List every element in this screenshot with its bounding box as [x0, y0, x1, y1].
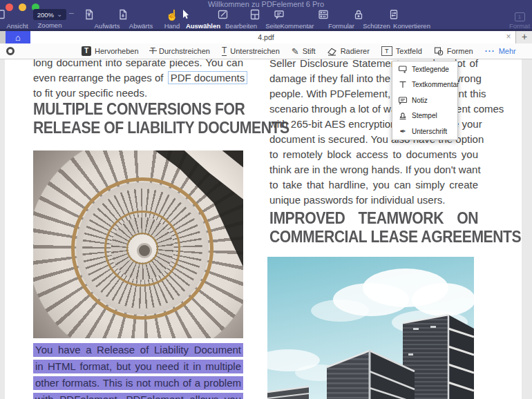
anno-item-label: Radierer	[341, 47, 370, 55]
toolbar-item-konvertieren[interactable]: Konvertieren	[388, 8, 436, 30]
anno-item-stift[interactable]: Stift	[292, 46, 316, 57]
highlight-line: in HTML format, but you need it in multi…	[33, 360, 243, 373]
anno-item-radierer[interactable]: Radierer	[327, 46, 370, 56]
tab-close-button[interactable]: ×	[502, 31, 515, 43]
stamp-icon	[398, 111, 408, 120]
highlight-line: with PDFelement. PDFelement allows you	[33, 393, 243, 399]
menu-item-notiz[interactable]: Notiz	[392, 93, 457, 108]
chevron-down-icon: ⌄	[57, 12, 62, 17]
pdf-documents-link[interactable]: PDF documents	[168, 71, 248, 84]
building-sky-image	[267, 257, 474, 399]
tab-bar: 4.pdf × +	[0, 31, 532, 43]
convert-arrows-icon	[388, 8, 436, 21]
anno-item-label: Textfeld	[396, 47, 422, 55]
body-text-line: think are in the wrong hands. If you don…	[269, 162, 478, 177]
zoom-level-value: 200%	[37, 11, 54, 19]
highlighted-paragraph: You have a Release of Liability Document…	[33, 343, 243, 399]
anno-item-textfeld[interactable]: Textfeld	[381, 46, 422, 56]
menu-item-label: Notiz	[412, 97, 428, 104]
menu-item-textkommentar[interactable]: Textkommentar	[392, 77, 457, 93]
menu-item-label: Textlegende	[412, 66, 449, 73]
toolbar-item-label: Zoomen	[29, 21, 70, 29]
tab-label: 4.pdf	[30, 31, 502, 43]
body-text-line: even rearrange the pages of PDF document…	[33, 70, 243, 86]
text-comment-icon	[398, 80, 408, 89]
menu-item-unterschrift[interactable]: Unterschrift	[392, 124, 457, 139]
body-text-line: long document into separate pieces. You …	[33, 59, 243, 70]
comment-bubble-icon	[273, 8, 321, 21]
more-dots-icon	[485, 48, 495, 55]
body-text-line: unique passwords for individual users.	[269, 193, 478, 208]
callout-icon	[398, 65, 408, 74]
menu-item-stempel[interactable]: Stempel	[392, 108, 457, 124]
menu-item-textlegende[interactable]: Textlegende	[392, 61, 457, 77]
tab-active[interactable]: 4.pdf	[30, 31, 502, 43]
anno-item-label: Formen	[447, 47, 473, 55]
zoom-level-dropdown[interactable]: 200% ⌄	[33, 9, 66, 20]
underline-icon	[222, 46, 227, 56]
pen-icon	[292, 46, 299, 57]
menu-item-label: Unterschrift	[412, 128, 447, 135]
anno-item-label: Mehr	[499, 47, 516, 55]
window-title: Willkommen zu PDFelement 6 Pro	[0, 0, 532, 8]
new-tab-button[interactable]: +	[515, 31, 532, 43]
highlight-line: You have a Release of Liability Document	[33, 343, 243, 357]
anno-item-mehr[interactable]: Mehr	[485, 47, 516, 55]
toolbar-item-label: Format	[495, 22, 532, 30]
anno-item-formen[interactable]: Formen	[434, 46, 473, 56]
toolbar-item-label: Konvertieren	[388, 22, 436, 30]
highlight-line: other formats. This is not much of a pro…	[33, 376, 243, 390]
shapes-icon	[434, 46, 444, 56]
strikethrough-icon	[151, 46, 155, 56]
home-button[interactable]	[6, 31, 30, 43]
anno-item-label: Hervorheben	[95, 47, 139, 55]
toolbar-item-format[interactable]: Format	[495, 8, 532, 30]
format-panel-icon	[515, 12, 525, 21]
menu-item-label: Textkommentar	[412, 81, 459, 88]
mehr-dropdown-menu: Textlegende Textkommentar Notiz Stempel …	[392, 61, 458, 140]
highlight-icon	[82, 46, 91, 56]
annotation-toolbar: Hervorheben Durchstreichen Unterstreiche…	[0, 43, 532, 59]
eraser-icon	[327, 46, 337, 56]
note-icon	[398, 96, 408, 105]
signature-pen-icon	[398, 127, 408, 136]
body-text-line: to fit your specific needs.	[33, 86, 243, 101]
anno-item-hervorheben[interactable]: Hervorheben	[82, 46, 139, 56]
gear-icon[interactable]	[6, 47, 15, 55]
anno-item-durchstreichen[interactable]: Durchstreichen	[151, 46, 210, 56]
body-text-line: to remotely block access to documents yo…	[269, 147, 478, 162]
heading-multiple-conversions: MULTIPLE CONVERSIONS FOR RELEASE OF LIAB…	[33, 100, 243, 137]
heading-improved-teamwork: IMPROVED TEAMWORK ON COMMERCIAL LEASE AG…	[269, 209, 478, 246]
anno-item-label: Durchstreichen	[159, 47, 210, 55]
anno-item-unterstreichen[interactable]: Unterstreichen	[222, 46, 280, 56]
toolbar-item-kommentar[interactable]: Kommentar	[273, 8, 321, 30]
anno-item-label: Unterstreichen	[230, 47, 280, 55]
zoom-out-button[interactable]: −	[66, 8, 77, 19]
spiral-staircase-image	[33, 150, 243, 338]
textbox-icon	[381, 46, 392, 56]
menu-item-label: Stempel	[412, 112, 437, 119]
body-text-line: to take that hardline, you can simply cr…	[269, 177, 478, 193]
top-toolbar: Willkommen zu PDFelement 6 Pro Ansicht 2…	[0, 0, 532, 31]
anno-item-label: Stift	[303, 47, 316, 55]
toolbar-item-label: Kommentar	[273, 22, 321, 30]
